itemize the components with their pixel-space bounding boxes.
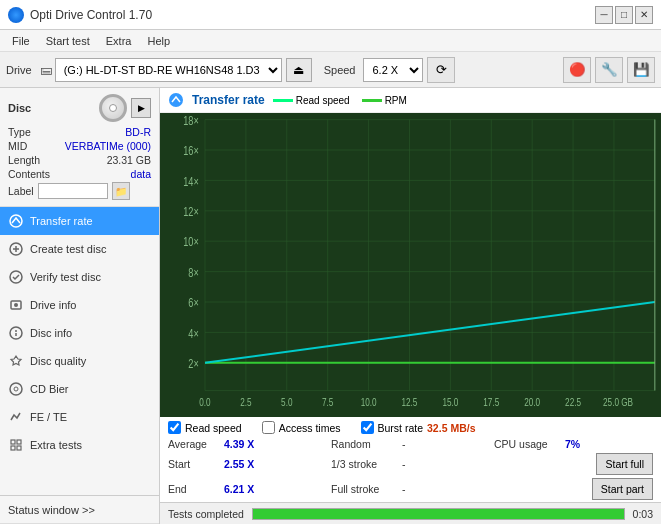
create-test-icon xyxy=(8,241,24,257)
disc-mid-row: MID VERBATIMe (000) xyxy=(8,140,151,152)
nav-items: Transfer rate Create test disc Verify te… xyxy=(0,207,159,495)
nav-create-test-label: Create test disc xyxy=(30,243,106,255)
chart-icon xyxy=(168,92,184,108)
settings-button2[interactable]: 🔧 xyxy=(595,57,623,83)
svg-text:8×: 8× xyxy=(188,266,198,279)
nav-verify-test-label: Verify test disc xyxy=(30,271,101,283)
cb-burst-rate-input[interactable] xyxy=(361,421,374,434)
cb-access-times[interactable]: Access times xyxy=(262,421,341,434)
svg-text:10×: 10× xyxy=(183,235,199,248)
nav-extra-tests[interactable]: Extra tests xyxy=(0,431,159,459)
disc-label-row: Label 📁 xyxy=(8,182,151,200)
mid-value: VERBATIMe (000) xyxy=(65,140,151,152)
label-input[interactable] xyxy=(38,183,108,199)
content-area: Transfer rate Read speed RPM xyxy=(160,88,661,524)
cb-read-speed-label: Read speed xyxy=(185,422,242,434)
svg-text:14×: 14× xyxy=(183,175,199,188)
svg-text:2×: 2× xyxy=(188,357,198,370)
svg-text:5.0: 5.0 xyxy=(281,396,292,408)
legend-rpm: RPM xyxy=(362,95,407,106)
svg-point-17 xyxy=(169,93,183,107)
speed-select[interactable]: 6.2 X xyxy=(363,58,423,82)
chart-legend: Read speed RPM xyxy=(273,95,407,106)
svg-text:7.5: 7.5 xyxy=(322,396,333,408)
nav-transfer-rate[interactable]: Transfer rate xyxy=(0,207,159,235)
nav-fe-te[interactable]: FE / TE xyxy=(0,403,159,431)
menu-help[interactable]: Help xyxy=(139,33,178,49)
type-label: Type xyxy=(8,126,31,138)
nav-extra-tests-label: Extra tests xyxy=(30,439,82,451)
save-button[interactable]: 💾 xyxy=(627,57,655,83)
svg-point-12 xyxy=(14,387,18,391)
close-button[interactable]: ✕ xyxy=(635,6,653,24)
svg-text:25.0 GB: 25.0 GB xyxy=(603,396,633,408)
disc-info-panel: Disc ▶ Type BD-R MID VERBATIMe (000) Len… xyxy=(0,88,159,207)
nav-drive-info[interactable]: Drive info xyxy=(0,291,159,319)
disc-action-btn[interactable]: ▶ xyxy=(131,98,151,118)
nav-disc-quality[interactable]: Disc quality xyxy=(0,347,159,375)
stat-average-value: 4.39 X xyxy=(224,438,254,450)
cb-read-speed-input[interactable] xyxy=(168,421,181,434)
start-full-button[interactable]: Start full xyxy=(596,453,653,475)
nav-cd-bier[interactable]: CD Bier xyxy=(0,375,159,403)
checkboxes-row: Read speed Access times Burst rate 32.5 … xyxy=(160,417,661,436)
verify-test-icon xyxy=(8,269,24,285)
cb-read-speed[interactable]: Read speed xyxy=(168,421,242,434)
drive-select[interactable]: (G:) HL-DT-ST BD-RE WH16NS48 1.D3 xyxy=(55,58,282,82)
menu-file[interactable]: File xyxy=(4,33,38,49)
svg-point-8 xyxy=(15,330,17,332)
svg-marker-10 xyxy=(11,356,21,365)
disc-panel-title: Disc xyxy=(8,102,31,114)
nav-disc-quality-label: Disc quality xyxy=(30,355,86,367)
transfer-rate-icon xyxy=(8,213,24,229)
nav-verify-test-disc[interactable]: Verify test disc xyxy=(0,263,159,291)
start-part-container: Start part xyxy=(494,478,653,500)
cb-burst-rate-label: Burst rate xyxy=(378,422,424,434)
settings-button1[interactable]: 🔴 xyxy=(563,57,591,83)
svg-rect-18 xyxy=(160,113,661,417)
stat-average-label: Average xyxy=(168,438,218,450)
legend-read-speed-label: Read speed xyxy=(296,95,350,106)
fe-te-icon xyxy=(8,409,24,425)
progress-bar-container xyxy=(252,508,625,520)
stat-cpu-value: 7% xyxy=(565,438,580,450)
status-bar: Tests completed 0:03 xyxy=(160,502,661,524)
label-folder-btn[interactable]: 📁 xyxy=(112,182,130,200)
disc-length-row: Length 23.31 GB xyxy=(8,154,151,166)
sidebar-footer: Status window >> xyxy=(0,495,159,524)
stat-end-value: 6.21 X xyxy=(224,483,254,495)
refresh-button[interactable]: ⟳ xyxy=(427,57,455,83)
window-controls: ─ □ ✕ xyxy=(595,6,653,24)
stat-full-stroke-value: - xyxy=(402,483,406,495)
minimize-button[interactable]: ─ xyxy=(595,6,613,24)
legend-read-speed: Read speed xyxy=(273,95,350,106)
stat-cpu-row: CPU usage 7% xyxy=(494,438,653,450)
length-label: Length xyxy=(8,154,40,166)
svg-text:17.5: 17.5 xyxy=(483,396,499,408)
status-window-btn[interactable]: Status window >> xyxy=(0,496,159,524)
stat-third-stroke-value: - xyxy=(402,458,406,470)
start-part-button[interactable]: Start part xyxy=(592,478,653,500)
progress-bar-fill xyxy=(253,509,624,519)
nav-create-test-disc[interactable]: Create test disc xyxy=(0,235,159,263)
stat-start-value: 2.55 X xyxy=(224,458,254,470)
svg-text:10.0: 10.0 xyxy=(361,396,377,408)
svg-text:6×: 6× xyxy=(188,296,198,309)
maximize-button[interactable]: □ xyxy=(615,6,633,24)
disc-inner xyxy=(109,104,117,112)
disc-visual xyxy=(99,94,127,122)
menu-start-test[interactable]: Start test xyxy=(38,33,98,49)
eject-button[interactable]: ⏏ xyxy=(286,58,312,82)
menu-extra[interactable]: Extra xyxy=(98,33,140,49)
speed-label: Speed xyxy=(324,64,356,76)
app-icon xyxy=(8,7,24,23)
nav-disc-info[interactable]: Disc info xyxy=(0,319,159,347)
legend-rpm-color xyxy=(362,99,382,102)
stat-end-label: End xyxy=(168,483,218,495)
menu-bar: File Start test Extra Help xyxy=(0,30,661,52)
stat-start-row: Start 2.55 X xyxy=(168,453,327,475)
cb-access-times-input[interactable] xyxy=(262,421,275,434)
cb-burst-rate[interactable]: Burst rate 32.5 MB/s xyxy=(361,421,476,434)
svg-text:4×: 4× xyxy=(188,327,198,340)
cb-access-times-label: Access times xyxy=(279,422,341,434)
